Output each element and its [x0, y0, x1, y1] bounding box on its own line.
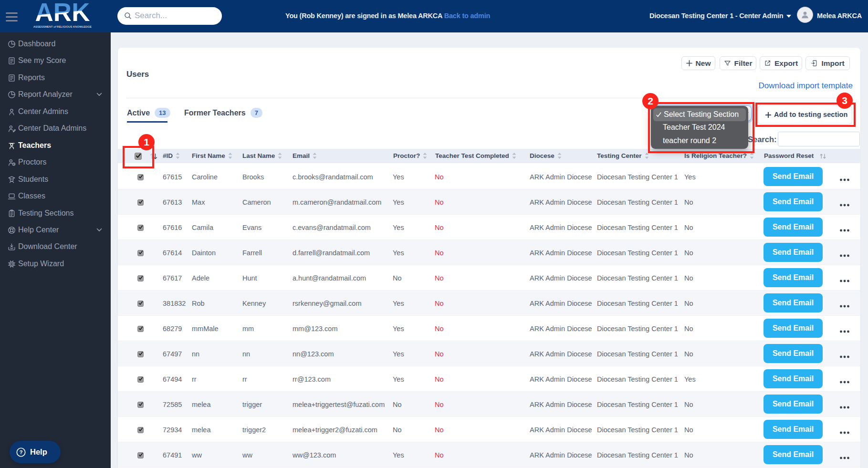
- svg-text:?: ?: [20, 449, 23, 455]
